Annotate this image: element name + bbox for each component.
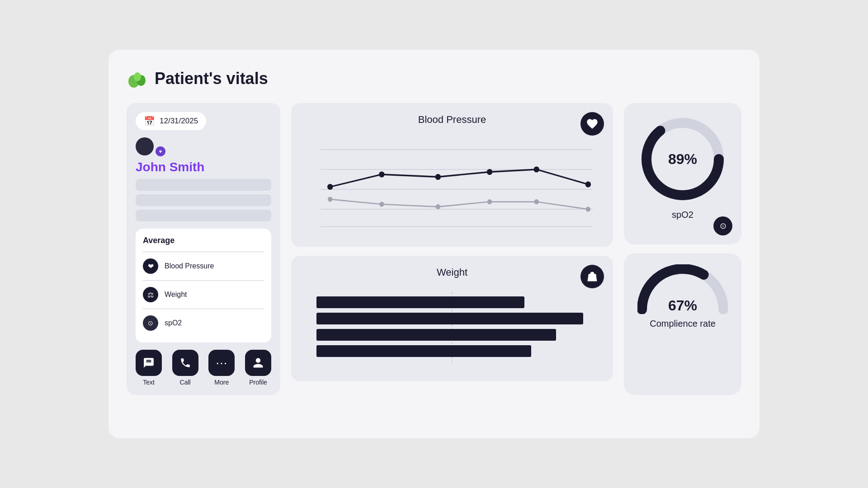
svg-point-9 <box>379 171 384 177</box>
blood-pressure-icon: ❤ <box>143 258 158 274</box>
svg-rect-24 <box>316 345 531 357</box>
bp-chart-title: Blood Pressure <box>302 114 602 126</box>
svg-point-17 <box>487 199 492 204</box>
divider-3 <box>143 309 264 309</box>
action-buttons: Text Call ··· More Profile <box>136 350 271 386</box>
date-badge: 📅 12/31/2025 <box>136 112 206 130</box>
info-bar-2 <box>136 194 271 206</box>
compliance-percentage: 67% <box>668 297 697 314</box>
more-icon: ··· <box>208 350 235 376</box>
svg-point-10 <box>435 174 441 180</box>
right-panel: 89% spO2 ⊙ 67% Complience rate <box>624 103 741 395</box>
avatar <box>136 137 154 155</box>
svg-point-8 <box>327 184 333 190</box>
compliance-card: 67% Complience rate <box>624 253 741 395</box>
spo2-label: spO2 <box>672 210 693 220</box>
svg-rect-22 <box>316 313 583 324</box>
text-label: Text <box>143 379 155 386</box>
weight-card: Weight <box>291 256 613 381</box>
bp-chart-icon <box>580 112 604 136</box>
metric-weight: ⚖ Weight <box>143 282 264 307</box>
left-panel: 📅 12/31/2025 ♥ John Smith Average <box>127 103 280 395</box>
metric-spo2: ⊙ spO2 <box>143 311 264 335</box>
weight-icon: ⚖ <box>143 287 158 302</box>
spo2-percentage: 89% <box>668 151 697 168</box>
compliance-label: Complience rate <box>650 318 716 329</box>
compliance-gauge-container: 67% <box>637 264 728 314</box>
svg-rect-21 <box>316 296 524 308</box>
info-bar-3 <box>136 210 271 221</box>
logo-icon <box>127 68 148 89</box>
divider <box>143 252 264 252</box>
svg-point-14 <box>328 197 332 202</box>
app-header: Patient's vitals <box>127 68 741 89</box>
main-content: 📅 12/31/2025 ♥ John Smith Average <box>127 103 741 395</box>
profile-label: Profile <box>249 379 267 386</box>
divider-2 <box>143 280 264 281</box>
more-label: More <box>214 379 229 386</box>
calendar-icon: 📅 <box>144 116 155 127</box>
more-button[interactable]: ··· More <box>208 350 235 386</box>
info-bars <box>136 179 271 221</box>
svg-point-18 <box>534 199 539 204</box>
average-title: Average <box>143 236 264 245</box>
heart-badge-icon: ♥ <box>156 146 165 156</box>
center-panel: Blood Pressure <box>291 103 613 395</box>
profile-icon <box>245 350 271 376</box>
svg-point-12 <box>534 166 539 172</box>
patient-section: ♥ John Smith <box>136 137 271 221</box>
spo2-icon: ⊙ <box>143 315 158 331</box>
average-section: Average ❤ Blood Pressure ⚖ Weight ⊙ spO2 <box>136 229 271 343</box>
weight-chart-icon <box>580 265 604 288</box>
weight-chart-svg <box>302 292 602 364</box>
bp-chart-svg <box>302 135 602 234</box>
svg-point-19 <box>586 207 590 212</box>
metric-blood-pressure: ❤ Blood Pressure <box>143 254 264 278</box>
info-bar-1 <box>136 179 271 191</box>
page-title: Patient's vitals <box>155 69 268 88</box>
weight-chart-area <box>302 287 602 371</box>
date-label: 12/31/2025 <box>160 117 198 126</box>
weight-chart-title: Weight <box>302 267 602 278</box>
metric-spo2-label: spO2 <box>165 319 182 327</box>
call-button[interactable]: Call <box>172 350 198 386</box>
metric-weight-label: Weight <box>165 291 187 299</box>
metric-bp-label: Blood Pressure <box>165 262 214 270</box>
call-icon <box>172 350 198 376</box>
blood-pressure-card: Blood Pressure <box>291 103 613 247</box>
spo2-donut-container: 89% <box>637 114 728 204</box>
spo2-card: 89% spO2 ⊙ <box>624 103 741 244</box>
avatar-group: ♥ <box>136 137 271 155</box>
text-icon <box>136 350 162 376</box>
call-label: Call <box>180 379 191 386</box>
svg-point-13 <box>585 181 591 187</box>
text-button[interactable]: Text <box>136 350 162 386</box>
svg-point-15 <box>379 202 384 207</box>
patient-name: John Smith <box>136 160 271 174</box>
profile-button[interactable]: Profile <box>245 350 271 386</box>
app-container: Patient's vitals 📅 12/31/2025 ♥ John Smi… <box>108 50 760 438</box>
svg-rect-23 <box>316 329 556 341</box>
svg-point-11 <box>487 169 492 175</box>
svg-point-2 <box>134 72 141 81</box>
svg-point-16 <box>436 204 440 209</box>
spo2-small-icon: ⊙ <box>713 216 732 235</box>
